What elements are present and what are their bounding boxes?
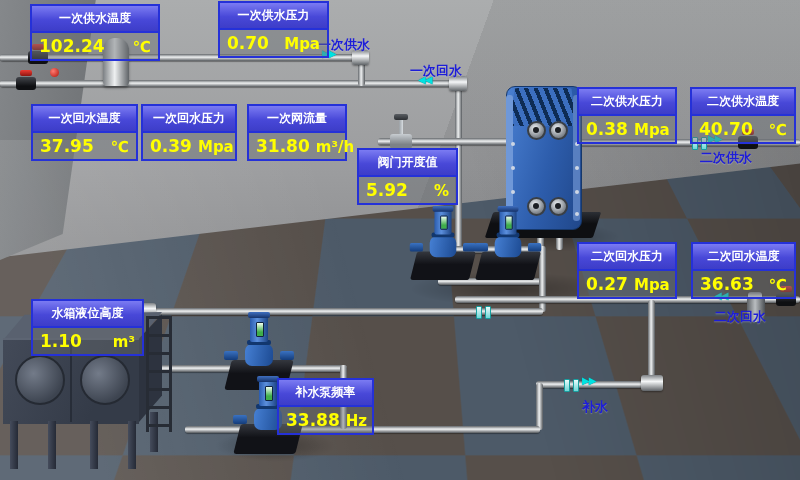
pump-motor [250,315,268,342]
pump-inlet-stub [233,415,247,424]
gauge-title: 一次供水温度 [32,6,158,33]
pump-volute [245,344,273,366]
gauge-unit: ℃ [769,276,787,294]
gauge-primary-supply-temp: 一次供水温度 102.24 ℃ [30,4,160,61]
valve-primary-return[interactable] [16,77,36,90]
gauge-primary-return-temp: 一次回水温度 37.95 ℃ [31,104,138,161]
pump-inlet-stub [224,351,238,360]
pump-status-indicator [256,322,264,337]
gauge-value-row: 0.70 Mpa [220,30,327,56]
gauge-value-row: 31.80 m³/h [249,133,345,159]
coupling-icon [476,306,491,317]
gauge-tank-level: 水箱液位高度 1.10 m³ [31,299,144,356]
gauge-unit: % [434,182,449,200]
gauge-value-row: 0.27 Mpa [579,271,675,297]
pump-status-indicator [265,386,273,401]
tank-manhole-left [15,355,65,405]
pump-status-indicator [505,216,513,230]
gauge-value: 33.88 [286,410,340,430]
coupling-icon [564,379,579,390]
hmi-screen: ▶▶ ◀◀ ▶▶ ◀◀ ▶▶ [0,0,800,480]
hx-port-top-left [527,121,546,140]
pipe-label-primary-return: 一次回水 [410,62,462,80]
pipe-label-secondary-return: 二次回水 [714,308,766,326]
gauge-unit: ℃ [133,38,151,56]
gauge-secondary-supply-temp: 二次供水温度 40.70 ℃ [690,87,796,144]
gauge-unit: Mpa [284,35,320,53]
gauge-value: 37.95 [40,136,94,156]
pump-inlet-stub [475,243,488,252]
gauge-unit: Mpa [198,138,234,156]
pump-status-indicator [440,216,448,230]
gauge-value: 5.92 [366,180,408,200]
tank-ladder [146,316,172,432]
hx-bolts [511,142,515,146]
gauge-secondary-return-temp: 二次回水温度 36.63 ℃ [691,242,796,299]
hx-port-bottom-right [549,197,568,216]
gauge-title: 二次供水温度 [692,89,794,116]
gauge-value-row: 0.38 Mpa [579,116,675,142]
tank-leg [48,421,56,469]
tank-leg [10,421,18,469]
gauge-value: 0.70 [227,33,269,53]
pump-volute [495,236,522,257]
gauge-title: 阀门开度值 [359,150,456,177]
gauge-title: 二次供水压力 [579,89,675,116]
gauge-value: 1.10 [40,331,82,351]
gauge-title: 一次供水压力 [220,3,327,30]
gauge-value: 36.63 [700,274,754,294]
pump-motor [434,209,451,235]
pipe-primary-return [0,80,462,87]
hx-plate-pack [510,88,576,126]
gauge-value: 102.24 [39,36,105,56]
control-valve[interactable] [390,134,412,149]
tank-manhole-right [80,355,130,405]
pump-outlet-stub [528,243,541,252]
gauge-value-row: 102.24 ℃ [32,33,158,59]
gauge-value-row: 0.39 Mpa [143,133,235,159]
gauge-unit: m³/h [316,138,354,156]
pressure-gauge-icon [50,68,59,77]
tank-leg [90,421,98,469]
gauge-primary-supply-pressure: 一次供水压力 0.70 Mpa [218,1,329,58]
gauge-primary-return-pressure: 一次回水压力 0.39 Mpa [141,104,237,161]
pump-inlet-stub [410,243,423,252]
gauge-title: 一次回水压力 [143,106,235,133]
gauge-value: 0.38 [586,119,628,139]
gauge-value-row: 37.95 ℃ [33,133,136,159]
gauge-value-row: 36.63 ℃ [693,271,794,297]
gauge-title: 一次回水温度 [33,106,136,133]
gauge-value-row: 33.88 Hz [279,407,372,433]
gauge-title: 水箱液位高度 [33,301,142,328]
gauge-unit: Mpa [634,121,670,139]
gauge-value: 40.70 [699,119,753,139]
gauge-unit: Hz [346,412,367,430]
flow-arrow-right-icon: ▶▶ [582,376,595,386]
gauge-secondary-supply-pressure: 二次供水压力 0.38 Mpa [577,87,677,144]
gauge-value: 0.39 [150,136,192,156]
pipe-makeup [536,381,656,388]
gauge-unit: m³ [113,333,135,351]
gauge-title: 二次回水温度 [693,244,794,271]
hx-frame-left [506,95,513,221]
gauge-valve-opening: 阀门开度值 5.92 % [357,148,458,205]
gauge-value-row: 5.92 % [359,177,456,203]
gauge-value-row: 40.70 ℃ [692,116,794,142]
gauge-title: 二次回水压力 [579,244,675,271]
circulation-pump-1[interactable] [414,208,473,280]
hx-port-top-right [549,121,568,140]
gauge-secondary-return-pressure: 二次回水压力 0.27 Mpa [577,242,677,299]
pipe-makeup-riser [648,300,655,386]
pump-motor [259,379,277,406]
gauge-title: 补水泵频率 [279,380,372,407]
gauge-value-row: 1.10 m³ [33,328,142,354]
gauge-value: 31.80 [256,136,310,156]
pipe-label-secondary-supply: 二次供水 [700,149,752,167]
pump-motor [499,209,516,235]
gauge-primary-flow: 一次网流量 31.80 m³/h [247,104,347,161]
circulation-pump-2[interactable] [479,208,538,280]
gauge-title: 一次网流量 [249,106,345,133]
pipe-label-makeup: 补水 [582,398,608,416]
pipe-makeup-drop [536,383,543,430]
gauge-value: 0.27 [586,274,628,294]
